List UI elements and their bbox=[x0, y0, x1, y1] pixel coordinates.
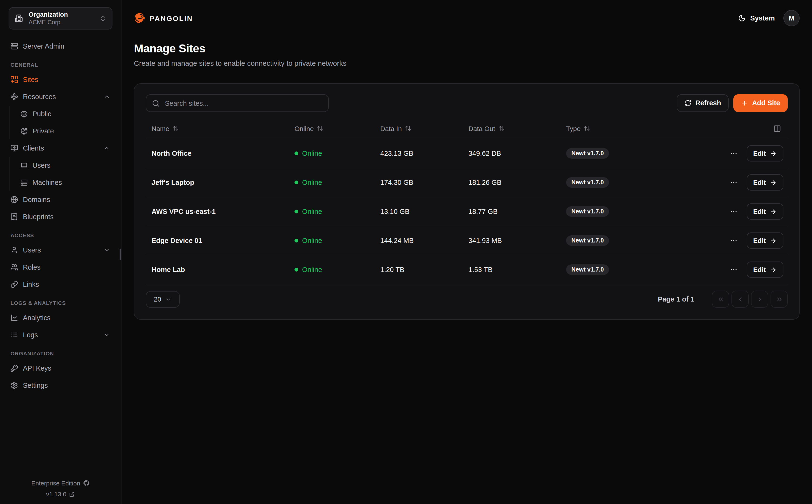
site-data-in: 423.13 GB bbox=[380, 150, 468, 157]
sidebar-section-organization: ORGANIZATION bbox=[10, 351, 111, 356]
refresh-button[interactable]: Refresh bbox=[677, 94, 729, 112]
first-page-button[interactable] bbox=[712, 291, 729, 308]
last-page-button[interactable] bbox=[771, 291, 788, 308]
site-status: Online bbox=[294, 266, 380, 273]
sidebar-item-clients[interactable]: Clients bbox=[7, 140, 114, 156]
external-link-icon[interactable] bbox=[69, 491, 75, 497]
site-data-out: 18.77 GB bbox=[468, 208, 566, 215]
column-header-data-in[interactable]: Data In bbox=[380, 125, 468, 132]
org-selector[interactable]: Organization ACME Corp. bbox=[9, 7, 112, 30]
site-type: Newt v1.7.0 bbox=[566, 206, 711, 217]
site-type: Newt v1.7.0 bbox=[566, 235, 711, 246]
sidebar-item-sites[interactable]: Sites bbox=[7, 71, 114, 88]
arrow-right-icon bbox=[770, 237, 777, 244]
sort-icon bbox=[498, 125, 505, 131]
site-status: Online bbox=[294, 179, 380, 186]
sidebar-item-label: Machines bbox=[32, 179, 62, 186]
edit-button[interactable]: Edit bbox=[746, 174, 783, 191]
edit-button[interactable]: Edit bbox=[746, 203, 783, 220]
chevron-down-icon bbox=[166, 296, 172, 302]
page-size-select[interactable]: 20 bbox=[146, 291, 180, 307]
org-selector-value: ACME Corp. bbox=[29, 19, 68, 26]
row-menu-button[interactable] bbox=[728, 177, 739, 188]
site-status: Online bbox=[294, 208, 380, 215]
sidebar-item-blueprints[interactable]: Blueprints bbox=[7, 209, 114, 225]
search-icon bbox=[152, 99, 160, 107]
sidebar-item-machines[interactable]: Machines bbox=[20, 174, 114, 191]
column-header-data-out[interactable]: Data Out bbox=[468, 125, 566, 132]
server-icon bbox=[20, 179, 28, 186]
site-data-out: 341.93 MB bbox=[468, 237, 566, 244]
building-icon bbox=[15, 14, 23, 22]
row-menu-button[interactable] bbox=[728, 235, 739, 246]
sidebar-item-api-keys[interactable]: API Keys bbox=[7, 360, 114, 376]
table-row: Edge Device 01 Online 144.24 MB 341.93 M… bbox=[146, 226, 788, 255]
prev-page-button[interactable] bbox=[731, 291, 749, 308]
edit-button[interactable]: Edit bbox=[746, 145, 783, 161]
chart-line-icon bbox=[10, 314, 18, 322]
sidebar-item-links[interactable]: Links bbox=[7, 276, 114, 292]
sidebar-item-label: Clients bbox=[23, 144, 44, 152]
row-actions: Edit bbox=[711, 203, 788, 220]
page-head: Manage Sites Create and manage sites to … bbox=[134, 36, 800, 68]
table-header-row: Name Online Data In Data Out Type bbox=[146, 118, 788, 139]
site-name: Home Lab bbox=[152, 266, 294, 273]
column-toggle-button[interactable] bbox=[711, 125, 788, 132]
sidebar-item-label: Users bbox=[23, 246, 41, 254]
server-icon bbox=[10, 42, 18, 50]
sidebar-item-client-users[interactable]: Users bbox=[20, 157, 114, 173]
row-menu-button[interactable] bbox=[728, 206, 739, 217]
sidebar-scrollbar-thumb[interactable] bbox=[120, 249, 121, 260]
page-subtitle: Create and manage sites to enable connec… bbox=[134, 59, 800, 68]
sidebar-item-private[interactable]: Private bbox=[20, 123, 114, 139]
type-badge: Newt v1.7.0 bbox=[566, 206, 609, 217]
sidebar-item-analytics[interactable]: Analytics bbox=[7, 310, 114, 326]
pagination: Page 1 of 1 bbox=[658, 291, 788, 308]
columns-icon bbox=[773, 125, 781, 132]
arrow-right-icon bbox=[770, 150, 777, 157]
column-header-name[interactable]: Name bbox=[152, 125, 294, 132]
sidebar-item-server-admin[interactable]: Server Admin bbox=[7, 38, 114, 54]
sidebar-item-label: Links bbox=[23, 281, 39, 288]
row-menu-button[interactable] bbox=[728, 264, 739, 275]
column-header-type[interactable]: Type bbox=[566, 125, 711, 132]
sidebar-item-public[interactable]: Public bbox=[20, 106, 114, 122]
sidebar-item-logs[interactable]: Logs bbox=[7, 327, 114, 343]
arrow-right-icon bbox=[770, 208, 777, 215]
user-avatar[interactable]: M bbox=[783, 10, 800, 26]
sidebar-item-users[interactable]: Users bbox=[7, 242, 114, 258]
sidebar-item-settings[interactable]: Settings bbox=[7, 377, 114, 393]
sidebar-item-resources[interactable]: Resources bbox=[7, 89, 114, 105]
search-box bbox=[146, 94, 329, 112]
sidebar-item-label: Roles bbox=[23, 263, 41, 271]
row-actions: Edit bbox=[711, 232, 788, 249]
receipt-icon bbox=[10, 213, 18, 221]
sidebar-item-domains[interactable]: Domains bbox=[7, 192, 114, 208]
sidebar-item-label: Sites bbox=[23, 76, 38, 83]
row-menu-button[interactable] bbox=[728, 148, 739, 159]
app-root: Organization ACME Corp. Server Admin GEN… bbox=[0, 0, 812, 504]
logs-icon bbox=[10, 331, 18, 339]
search-input[interactable] bbox=[164, 99, 323, 107]
edit-button[interactable]: Edit bbox=[746, 262, 783, 278]
refresh-label: Refresh bbox=[695, 100, 721, 107]
sidebar-item-roles[interactable]: Roles bbox=[7, 259, 114, 275]
sidebar-item-label: Settings bbox=[23, 382, 48, 389]
column-header-online[interactable]: Online bbox=[294, 125, 380, 132]
table-row: AWS VPC us-east-1 Online 13.10 GB 18.77 … bbox=[146, 197, 788, 226]
theme-toggle-button[interactable]: System bbox=[738, 14, 775, 22]
globe-icon bbox=[10, 196, 18, 203]
add-site-button[interactable]: Add Site bbox=[733, 94, 788, 112]
next-page-button[interactable] bbox=[751, 291, 768, 308]
top-right: System M bbox=[738, 10, 800, 26]
github-icon[interactable] bbox=[83, 480, 90, 486]
brand: PANGOLIN bbox=[134, 12, 193, 24]
sort-icon bbox=[317, 125, 323, 131]
type-badge: Newt v1.7.0 bbox=[566, 177, 609, 188]
toolbar-actions: Refresh Add Site bbox=[677, 94, 788, 112]
edit-button[interactable]: Edit bbox=[746, 232, 783, 249]
monitor-up-icon bbox=[10, 144, 18, 152]
site-name: AWS VPC us-east-1 bbox=[152, 208, 294, 215]
sidebar-item-label: Users bbox=[32, 161, 51, 169]
site-type: Newt v1.7.0 bbox=[566, 148, 711, 159]
